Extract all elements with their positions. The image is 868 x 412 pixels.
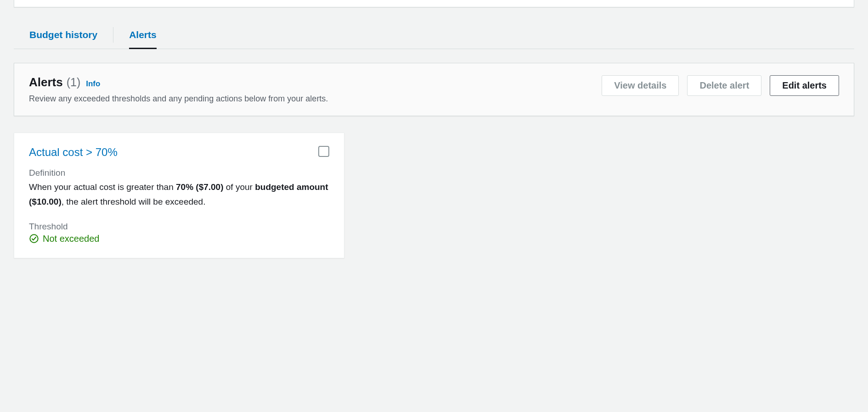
alert-title-link[interactable]: Actual cost > 70% — [29, 146, 118, 159]
alert-select-checkbox[interactable] — [318, 146, 329, 157]
definition-pre: When your actual cost is greater than — [29, 182, 176, 192]
view-details-button[interactable]: View details — [602, 75, 679, 96]
tab-budget-history[interactable]: Budget history — [29, 26, 97, 49]
alerts-header-text: Alerts (1) Info Review any exceeded thre… — [29, 75, 328, 104]
alerts-title: Alerts — [29, 75, 63, 89]
svg-point-0 — [30, 234, 38, 242]
alert-card-head: Actual cost > 70% — [29, 146, 329, 159]
alert-card: Actual cost > 70% Definition When your a… — [14, 133, 344, 258]
threshold-status-text: Not exceeded — [43, 234, 99, 244]
threshold-label: Threshold — [29, 222, 329, 232]
header-button-row: View details Delete alert Edit alerts — [602, 75, 839, 96]
check-circle-icon — [29, 234, 39, 244]
previous-panel-bottom-edge — [14, 0, 854, 7]
tab-bar: Budget history Alerts — [14, 26, 854, 49]
definition-label: Definition — [29, 168, 329, 178]
definition-text: When your actual cost is greater than 70… — [29, 180, 329, 210]
threshold-status: Not exceeded — [29, 234, 329, 244]
delete-alert-button[interactable]: Delete alert — [687, 75, 761, 96]
definition-mid: of your — [224, 182, 255, 192]
alerts-title-row: Alerts (1) Info — [29, 75, 328, 89]
alerts-count: (1) — [67, 76, 81, 89]
alerts-subtitle: Review any exceeded thresholds and any p… — [29, 94, 328, 104]
edit-alerts-button[interactable]: Edit alerts — [770, 75, 839, 96]
definition-bold-1: 70% ($7.00) — [176, 182, 224, 192]
tab-alerts[interactable]: Alerts — [129, 26, 157, 49]
definition-post: , the alert threshold will be exceeded. — [62, 197, 206, 206]
tab-separator — [113, 27, 113, 43]
info-link[interactable]: Info — [86, 79, 100, 89]
alerts-header-panel: Alerts (1) Info Review any exceeded thre… — [14, 63, 854, 116]
